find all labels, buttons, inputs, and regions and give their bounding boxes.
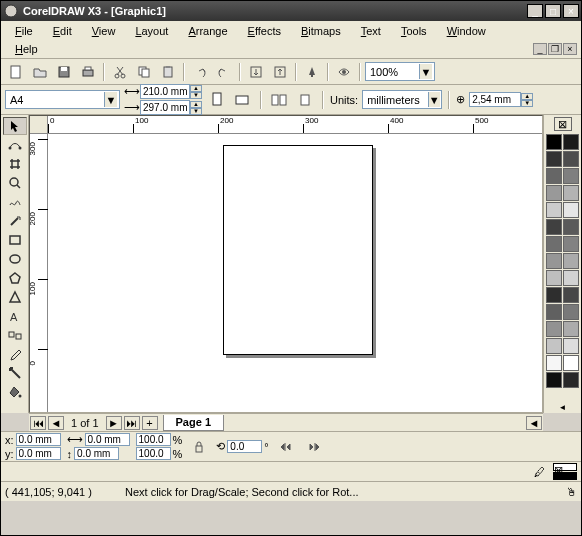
- portrait-icon[interactable]: [206, 89, 228, 111]
- color-swatch[interactable]: [563, 338, 579, 354]
- color-swatch[interactable]: [563, 151, 579, 167]
- welcome-icon[interactable]: [333, 61, 355, 83]
- palette-scroll-left[interactable]: ◄: [544, 401, 581, 413]
- shape-tool-icon[interactable]: [3, 136, 27, 154]
- color-swatch[interactable]: [546, 202, 562, 218]
- color-swatch[interactable]: [546, 355, 562, 371]
- height-down[interactable]: ▼: [190, 108, 202, 115]
- width-up[interactable]: ▲: [190, 85, 202, 92]
- mirror-h-icon[interactable]: [275, 436, 297, 458]
- mirror-v-icon[interactable]: [303, 436, 325, 458]
- fill-color-swatch[interactable]: ⊠: [553, 463, 577, 471]
- menu-effects[interactable]: Effects: [238, 23, 291, 39]
- vertical-ruler[interactable]: 3002001000: [30, 134, 48, 412]
- scale-y-input[interactable]: [136, 447, 171, 460]
- nudge-input[interactable]: [469, 92, 521, 107]
- prev-page-button[interactable]: ◄: [48, 416, 64, 430]
- pick-tool-icon[interactable]: [3, 117, 27, 135]
- color-swatch[interactable]: [546, 253, 562, 269]
- smart-drawing-icon[interactable]: [3, 212, 27, 230]
- ellipse-tool-icon[interactable]: [3, 250, 27, 268]
- color-swatch[interactable]: [563, 219, 579, 235]
- interactive-blend-icon[interactable]: [3, 326, 27, 344]
- horizontal-ruler[interactable]: 0100200300400500: [48, 116, 542, 134]
- no-color-swatch[interactable]: ⊠: [554, 117, 572, 131]
- color-swatch[interactable]: [546, 372, 562, 388]
- y-pos-input[interactable]: [16, 447, 61, 460]
- paste-icon[interactable]: [157, 61, 179, 83]
- color-swatch[interactable]: [563, 355, 579, 371]
- color-swatch[interactable]: [546, 151, 562, 167]
- nudge-down[interactable]: ▼: [521, 100, 533, 107]
- app-launcher-icon[interactable]: [301, 61, 323, 83]
- new-icon[interactable]: [5, 61, 27, 83]
- mdi-minimize-button[interactable]: _: [533, 43, 547, 55]
- color-swatch[interactable]: [546, 185, 562, 201]
- obj-height-input[interactable]: [74, 447, 119, 460]
- color-swatch[interactable]: [546, 304, 562, 320]
- color-swatch[interactable]: [563, 202, 579, 218]
- menu-view[interactable]: View: [82, 23, 126, 39]
- scale-x-input[interactable]: [136, 433, 171, 446]
- facing-pages-icon[interactable]: [268, 89, 290, 111]
- x-pos-input[interactable]: [16, 433, 61, 446]
- color-swatch[interactable]: [546, 287, 562, 303]
- paper-size-combo[interactable]: A4 ▼: [5, 90, 120, 109]
- maximize-button[interactable]: □: [545, 4, 561, 18]
- crop-tool-icon[interactable]: [3, 155, 27, 173]
- height-up[interactable]: ▲: [190, 101, 202, 108]
- color-swatch[interactable]: [563, 236, 579, 252]
- color-swatch[interactable]: [546, 219, 562, 235]
- mdi-close-button[interactable]: ×: [563, 43, 577, 55]
- first-page-button[interactable]: ⏮: [30, 416, 46, 430]
- menu-edit[interactable]: Edit: [43, 23, 82, 39]
- rectangle-tool-icon[interactable]: [3, 231, 27, 249]
- menu-text[interactable]: Text: [351, 23, 391, 39]
- cut-icon[interactable]: [109, 61, 131, 83]
- color-swatch[interactable]: [563, 372, 579, 388]
- menu-window[interactable]: Window: [437, 23, 496, 39]
- eyedropper-icon[interactable]: [3, 345, 27, 363]
- next-page-button[interactable]: ►: [106, 416, 122, 430]
- page-width-input[interactable]: [140, 84, 190, 99]
- obj-width-input[interactable]: [85, 433, 130, 446]
- export-icon[interactable]: [269, 61, 291, 83]
- menu-help[interactable]: Help: [5, 41, 48, 57]
- color-swatch[interactable]: [563, 287, 579, 303]
- text-tool-icon[interactable]: A: [3, 307, 27, 325]
- outline-tool-icon[interactable]: [3, 364, 27, 382]
- menu-bitmaps[interactable]: Bitmaps: [291, 23, 351, 39]
- polygon-tool-icon[interactable]: [3, 269, 27, 287]
- fill-tool-icon[interactable]: [3, 383, 27, 401]
- page-tab[interactable]: Page 1: [163, 415, 224, 431]
- mdi-restore-button[interactable]: ❐: [548, 43, 562, 55]
- basic-shapes-icon[interactable]: [3, 288, 27, 306]
- color-swatch[interactable]: [563, 304, 579, 320]
- landscape-icon[interactable]: [232, 89, 254, 111]
- single-page-icon[interactable]: [294, 89, 316, 111]
- color-swatch[interactable]: [546, 134, 562, 150]
- color-swatch[interactable]: [546, 338, 562, 354]
- page-height-input[interactable]: [140, 100, 190, 115]
- redo-icon[interactable]: [213, 61, 235, 83]
- color-swatch[interactable]: [563, 134, 579, 150]
- color-swatch[interactable]: [563, 321, 579, 337]
- zoom-tool-icon[interactable]: [3, 174, 27, 192]
- color-swatch[interactable]: [546, 321, 562, 337]
- color-swatch[interactable]: [546, 168, 562, 184]
- color-swatch[interactable]: [563, 185, 579, 201]
- menu-file[interactable]: File: [5, 23, 43, 39]
- minimize-button[interactable]: _: [527, 4, 543, 18]
- drawing-canvas[interactable]: [48, 134, 542, 412]
- hscroll-left[interactable]: ◄: [526, 416, 542, 430]
- color-swatch[interactable]: [563, 168, 579, 184]
- print-icon[interactable]: [77, 61, 99, 83]
- color-swatch[interactable]: [546, 236, 562, 252]
- last-page-button[interactable]: ⏭: [124, 416, 140, 430]
- save-icon[interactable]: [53, 61, 75, 83]
- color-swatch[interactable]: [546, 270, 562, 286]
- copy-icon[interactable]: [133, 61, 155, 83]
- color-swatch[interactable]: [563, 253, 579, 269]
- open-icon[interactable]: [29, 61, 51, 83]
- menu-layout[interactable]: Layout: [125, 23, 178, 39]
